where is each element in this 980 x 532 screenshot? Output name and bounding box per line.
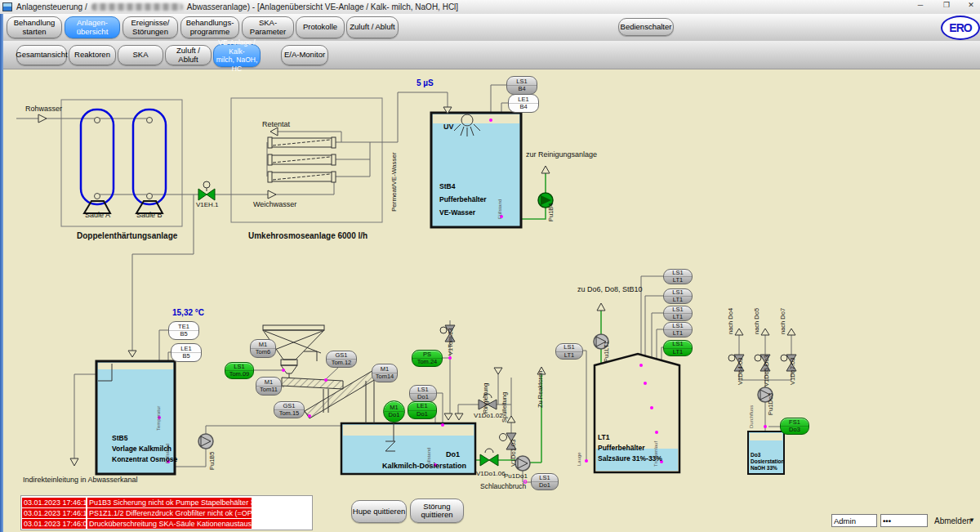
stb4-fuellstand-label: Füllstand — [497, 199, 502, 219]
sensor-ls1-lt1-5[interactable]: LS1LT1 — [663, 340, 693, 356]
do3-name: Do3 — [751, 452, 760, 458]
pu1do3-label: Pu1Do3 — [767, 393, 774, 415]
do1-fuellstand-label: Füllstand — [426, 448, 431, 467]
v1tom23-label: V1Tom.23 — [447, 328, 454, 355]
ringleitung-label: Ringleitung — [482, 382, 489, 414]
sensor-ls1-tom09[interactable]: LS1Tom.09 — [225, 362, 254, 379]
pu1b4-label: Pu1B4 — [547, 203, 555, 221]
umkehrosmose-label: Umkehrosmoseanlage 6000 l/h — [248, 231, 368, 240]
zu-reaktoren-label: Zu Reaktoren — [537, 371, 544, 408]
softener-columns — [81, 110, 166, 213]
do1-desc: Kalkmilch-Dosierstation — [382, 462, 466, 470]
lt1-lauge-label: Lauge — [577, 452, 581, 466]
valve-v1do106[interactable] — [480, 449, 498, 466]
pump-pu1b5[interactable] — [198, 434, 213, 449]
temperature-value: 15,32 °C — [172, 308, 204, 317]
sensor-ls1-do1[interactable]: LS1Do1 — [409, 385, 437, 402]
chevron-down-icon[interactable]: ▼ — [969, 516, 975, 524]
weichwasser-label: Weichwasser — [253, 200, 296, 208]
v1do106-label: V1Do1.06 — [476, 470, 506, 477]
sensor-ls1-lt1-4[interactable]: LS1LT1 — [663, 322, 693, 338]
sensor-le1-b5[interactable]: LE1B5 — [171, 343, 202, 362]
nach-do7-label: nach Do7 — [779, 308, 786, 334]
sensor-ls1-do1-schlauchbruch[interactable]: LS1Do1 — [531, 473, 559, 490]
rohwasser-label: Rohwasser — [25, 105, 62, 113]
hupe-quittieren-button[interactable]: Hupe quittieren — [351, 500, 407, 523]
do1-name: Do1 — [446, 450, 460, 458]
sensor-m1-do1[interactable]: M1Do1 — [383, 400, 405, 422]
stb5-desc1: Vorlage Kalkmilch — [112, 445, 172, 453]
lt1-trockenlauf-label: Trockenlauf — [653, 441, 658, 467]
sensor-m1-tom6[interactable]: M1Tom6 — [250, 339, 276, 358]
doppelenthaertung-label: Doppelenthärtungsanlage — [77, 231, 177, 240]
sensor-ls1-b4[interactable]: LS1B4 — [506, 76, 537, 95]
retentat-label: Retentat — [262, 120, 290, 128]
stb4-desc2: VE-Wasser — [439, 208, 475, 217]
alarm-message: Pu1B3 Sicherung nicht ok Pumpe Stapelbeh… — [87, 498, 252, 507]
spuelleitung-label: Spülleitung — [501, 392, 508, 422]
alarm-time: 03.01.2023 17:46:13 — [22, 498, 86, 507]
v1do703-label: V1Do7.03 — [789, 358, 796, 385]
schlauchbruch-label: Schlauchbruch — [480, 482, 526, 490]
stb4-name: StB4 — [439, 182, 455, 190]
stb4-desc1: Pufferbehälter — [439, 195, 487, 203]
lt1-name: LT1 — [598, 433, 609, 441]
sensor-te1-b5[interactable]: TE1B5 — [168, 321, 199, 340]
nach-do5-label: nach Do5 — [753, 308, 760, 334]
stb5-desc2: Konzentrat Osmose — [112, 455, 177, 463]
sensor-gs1-tom12[interactable]: GS1Tom.12 — [326, 351, 357, 368]
pu1b5-label: Pu1B5 — [208, 451, 216, 470]
conductivity-value: 5 µS — [416, 78, 434, 87]
alarm-list: 03.01.2023 17:46:13 Pu1B3 Sicherung nich… — [20, 495, 313, 530]
sensor-ls1-lt1-1[interactable]: LS1LT1 — [663, 269, 693, 284]
abmelden-button[interactable]: Abmelden — [934, 516, 971, 525]
alarm-message: Drucküberschreitung SKA-Säule Kationenau… — [87, 519, 252, 529]
sensor-ls1-lt1-2[interactable]: LS1LT1 — [663, 288, 693, 304]
saeule-b-label: Säule B — [136, 211, 163, 219]
password-input[interactable] — [880, 514, 928, 527]
lt1-desc1: Pufferbehälter — [598, 444, 645, 452]
zur-reinigungsanlage-label: zur Reinigungsanlage — [526, 150, 597, 159]
nach-do4-label: nach Do4 — [727, 308, 734, 334]
permeat-label: Permeat/VE-Wasser — [390, 152, 398, 212]
alarm-message: PS1Z1.1/2 Differenzdruck Grobfilter nich… — [87, 508, 252, 518]
sensor-le1-b4[interactable]: LE1B4 — [508, 94, 539, 113]
stb5-name: StB5 — [112, 434, 127, 442]
sensor-gs1-tom15[interactable]: GS1Tom.15 — [274, 401, 305, 418]
username-input[interactable] — [831, 514, 877, 527]
indirekteinleitung-label: Indirekteinleitung in Abwasserkanal — [23, 476, 138, 484]
ro-membranes — [268, 137, 336, 182]
pu1lt1-label: Pu1LT1 — [603, 341, 610, 362]
v1do103-label: V1Do1.03 — [510, 440, 517, 467]
durchfluss-label: Durchfluss — [749, 405, 754, 428]
uv-label: UV — [443, 123, 454, 131]
do3-desc1: Dosierstation — [751, 458, 785, 464]
saeule-a-label: Säule A — [85, 211, 110, 219]
schlauchbruch-value: 0 — [523, 478, 527, 485]
sensor-ls1-lt1-left[interactable]: LS1LT1 — [555, 343, 583, 360]
valve-v1eh1[interactable] — [198, 181, 215, 200]
sensor-ps-tom24[interactable]: PSTom.24 — [412, 350, 443, 367]
stoerung-quittieren-button[interactable]: Störung quittieren — [410, 498, 464, 523]
v1eh1-label: V1EH.1 — [196, 201, 219, 208]
sensor-ls1-lt1-3[interactable]: LS1LT1 — [663, 306, 693, 321]
sensor-m1-tom11[interactable]: M1Tom11 — [256, 377, 282, 396]
sensor-le1-do1[interactable]: LE1Do1 — [408, 401, 437, 419]
sensor-fs1-do3[interactable]: FS1Do3 — [780, 418, 809, 435]
do3-desc2: NaOH 33% — [751, 465, 777, 471]
pump-pu1do1[interactable] — [515, 456, 530, 471]
v1do403-label: V1Do4.03 — [737, 358, 744, 385]
v1do5do3-label: V1Do5.Do3 — [763, 355, 770, 387]
hmi-window: Anlagensteuerung / Abwasseranlage) - [An… — [0, 0, 980, 532]
alarm-time: 03.01.2023 17:46:10 — [22, 508, 86, 518]
alarm-time: 03.01.2023 17:46:00 — [22, 519, 86, 529]
sensor-m1-tom14[interactable]: M1Tom14 — [372, 364, 398, 382]
stb5-temperatur-label: Temperatur — [156, 406, 161, 431]
zu-do6-label: zu Do6, Do8, StB10 — [577, 285, 643, 293]
